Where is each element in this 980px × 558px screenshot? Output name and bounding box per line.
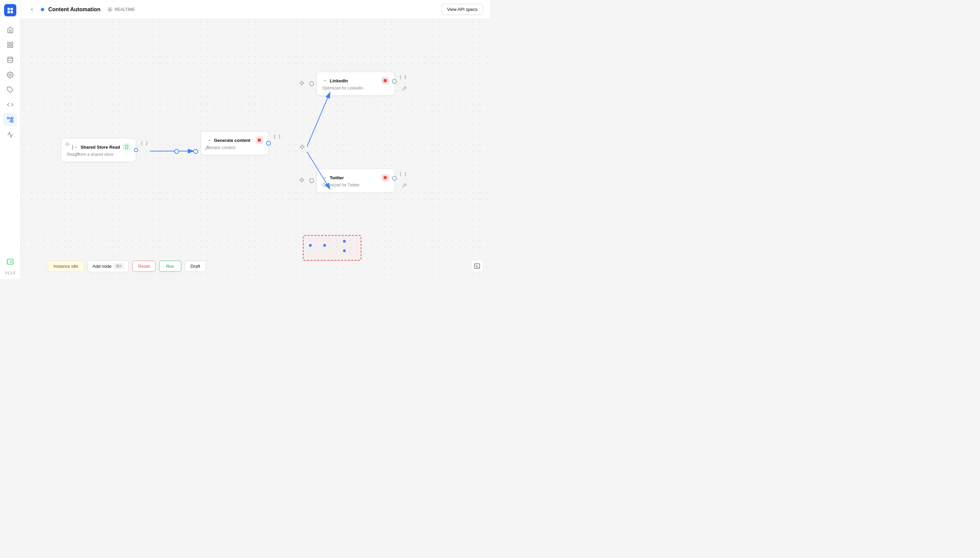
- wrench-twitter[interactable]: [402, 183, 407, 189]
- svg-rect-15: [7, 259, 13, 264]
- app-logo[interactable]: [4, 4, 16, 16]
- node-subtitle-linkedin: Optimized for LinkedIn: [322, 86, 389, 90]
- svg-rect-24: [384, 79, 387, 82]
- connector-right-generate[interactable]: [266, 141, 271, 146]
- svg-rect-1: [11, 8, 13, 10]
- view-api-button[interactable]: View API specs: [442, 4, 483, 15]
- connector-left-linkedin[interactable]: [309, 81, 314, 86]
- node-badge-linkedin: [381, 77, 389, 84]
- sidebar: V1.1.0: [0, 0, 20, 279]
- realtime-label: REALTIME: [115, 7, 135, 12]
- flow-canvas[interactable]: |→ Shared Store Read Read from a shared …: [20, 19, 490, 279]
- wrench-linkedin[interactable]: [402, 86, 407, 92]
- selection-dot-1: [309, 244, 312, 247]
- sidebar-item-database[interactable]: [3, 53, 17, 67]
- svg-point-9: [9, 74, 11, 76]
- instance-idle-badge: Instance idle: [48, 261, 84, 272]
- node-title-linkedin: LinkedIn: [330, 78, 379, 84]
- sidebar-item-settings[interactable]: [3, 68, 17, 82]
- node-icon-shared: |→: [72, 144, 78, 150]
- run-button[interactable]: Run: [159, 261, 181, 272]
- connector-right-shared[interactable]: [134, 148, 138, 152]
- svg-rect-5: [11, 43, 13, 44]
- back-button[interactable]: [27, 5, 37, 14]
- svg-rect-11: [7, 117, 9, 119]
- node-linkedin[interactable]: → LinkedIn Optimized for LinkedIn { }: [317, 72, 395, 95]
- json-badge-shared: { }: [141, 141, 148, 146]
- json-badge-linkedin: { }: [399, 75, 407, 80]
- sidebar-item-grid[interactable]: [3, 38, 17, 52]
- connector-right-twitter[interactable]: [392, 176, 397, 181]
- move-icon-shared[interactable]: [65, 142, 70, 148]
- node-badge-twitter: [381, 174, 389, 181]
- svg-line-19: [307, 92, 330, 147]
- sidebar-item-home[interactable]: [3, 23, 17, 37]
- status-dot: [41, 8, 44, 11]
- move-icon-linkedin[interactable]: [299, 80, 305, 87]
- svg-rect-6: [8, 46, 10, 48]
- json-badge-generate: { }: [273, 135, 281, 139]
- sidebar-item-terminal-bottom[interactable]: [3, 255, 17, 268]
- empty-canvas-area[interactable]: [317, 235, 483, 252]
- header: Content Automation REALTIME View API spe…: [20, 0, 490, 19]
- node-subtitle-twitter: Optimized for Twitter: [322, 183, 389, 187]
- sidebar-item-activity[interactable]: [3, 128, 17, 141]
- node-icon-twitter: →: [322, 175, 327, 181]
- version-label: V1.1.0: [5, 271, 15, 275]
- node-title-shared: Shared Store Read: [80, 144, 120, 150]
- draft-button[interactable]: Draft: [185, 261, 206, 272]
- svg-point-8: [8, 57, 13, 59]
- main-area: Content Automation REALTIME View API spe…: [20, 0, 490, 279]
- node-icon-linkedin: →: [322, 78, 327, 84]
- connector-right-linkedin[interactable]: [392, 79, 397, 84]
- sidebar-item-workflow[interactable]: [3, 113, 17, 126]
- node-subtitle-generate: Generic content: [207, 145, 263, 150]
- node-status-shared: [123, 143, 130, 151]
- add-node-label: Add node: [92, 264, 112, 269]
- svg-point-16: [109, 9, 111, 10]
- sidebar-item-puzzle[interactable]: [3, 83, 17, 97]
- node-icon-generate: →: [207, 138, 211, 143]
- svg-rect-13: [11, 121, 13, 123]
- sidebar-item-code[interactable]: [3, 98, 17, 112]
- node-title-generate: Generate content: [214, 138, 253, 143]
- wrench-shared[interactable]: [74, 153, 79, 158]
- realtime-badge[interactable]: REALTIME: [105, 6, 138, 13]
- move-icon-generate-out[interactable]: [299, 144, 305, 151]
- json-badge-twitter: { }: [399, 172, 407, 177]
- reset-button[interactable]: Reset: [132, 261, 156, 272]
- svg-rect-4: [8, 43, 10, 44]
- node-badge-generate: [256, 136, 263, 144]
- svg-rect-7: [11, 46, 13, 48]
- svg-rect-25: [384, 176, 387, 179]
- add-node-shortcut: ⌘K: [114, 263, 124, 269]
- bottom-toolbar: Instance idle Add node ⌘K Reset Run Draf…: [48, 260, 206, 272]
- svg-rect-3: [11, 11, 13, 13]
- terminal-button[interactable]: [471, 260, 483, 272]
- svg-rect-2: [8, 11, 10, 13]
- node-twitter[interactable]: → Twitter Optimized for Twitter { }: [317, 169, 395, 192]
- page-title: Content Automation: [48, 7, 100, 13]
- node-generate-content[interactable]: → Generate content Generic content { }: [201, 131, 269, 155]
- connector-dot-generate-in[interactable]: [193, 149, 198, 154]
- node-shared-store-read[interactable]: |→ Shared Store Read Read from a shared …: [61, 138, 136, 162]
- node-title-twitter: Twitter: [330, 175, 379, 181]
- connector-left-twitter[interactable]: [309, 178, 314, 183]
- svg-rect-12: [11, 117, 13, 119]
- add-node-button[interactable]: Add node ⌘K: [87, 260, 129, 272]
- sidebar-bottom: V1.1.0: [3, 255, 17, 275]
- svg-rect-0: [8, 8, 10, 10]
- svg-rect-23: [258, 139, 261, 142]
- connector-dot-shared-out[interactable]: [174, 149, 179, 154]
- wrench-generate[interactable]: [205, 146, 209, 151]
- move-icon-twitter[interactable]: [299, 177, 305, 184]
